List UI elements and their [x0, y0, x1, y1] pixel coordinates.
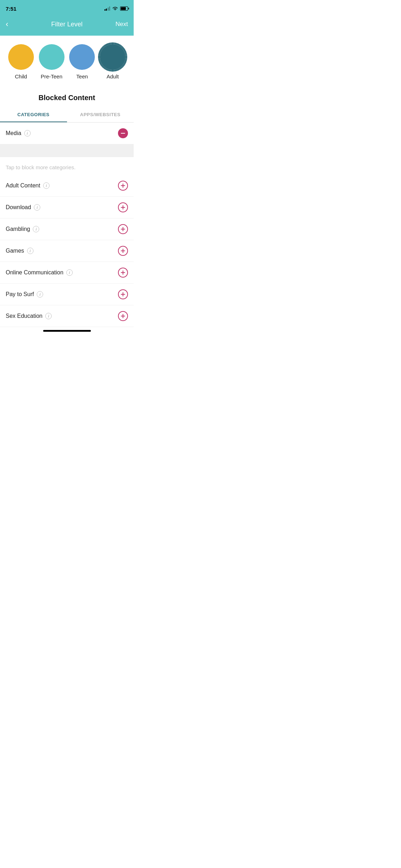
info-icon-sex-education[interactable]: i — [45, 313, 52, 319]
next-button[interactable]: Next — [112, 21, 128, 28]
wifi-icon — [112, 6, 118, 11]
remove-button-media[interactable] — [118, 128, 128, 138]
add-button-games[interactable] — [118, 246, 128, 256]
category-item-pay-to-surf: Pay to Surf i — [0, 284, 134, 305]
info-icon-games[interactable]: i — [27, 248, 34, 254]
tab-apps-websites[interactable]: APPS/WEBSITES — [67, 108, 134, 122]
page-title: Filter Level — [51, 21, 82, 28]
category-name-row: Online Communication i — [6, 269, 73, 276]
tap-hint-container: Tap to block more categories. — [0, 157, 134, 175]
tab-categories[interactable]: CATEGORIES — [0, 108, 67, 122]
category-name-sex-education: Sex Education — [6, 313, 42, 319]
add-button-download[interactable] — [118, 202, 128, 212]
category-name-download: Download — [6, 204, 31, 211]
home-bar — [43, 330, 91, 332]
status-icons — [104, 6, 128, 11]
age-circle-teen — [69, 44, 95, 70]
age-circle-child — [8, 44, 34, 70]
category-item-adult-content: Adult Content i — [0, 175, 134, 197]
back-button[interactable]: ‹ — [6, 20, 21, 29]
age-option-teen[interactable]: Teen — [69, 44, 95, 79]
info-icon-gambling[interactable]: i — [33, 226, 39, 232]
category-name-row: Gambling i — [6, 226, 39, 232]
age-circle-preteen — [39, 44, 65, 70]
status-time: 7:51 — [6, 6, 16, 12]
category-name-row: Download i — [6, 204, 40, 211]
add-button-online-communication[interactable] — [118, 268, 128, 278]
category-name-gambling: Gambling — [6, 226, 30, 232]
category-name-row: Media i — [6, 130, 31, 136]
category-item-sex-education: Sex Education i — [0, 305, 134, 327]
info-icon-online-communication[interactable]: i — [66, 269, 73, 276]
category-list: Media i Tap to block more categories. Ad… — [0, 123, 134, 327]
tap-hint: Tap to block more categories. — [6, 164, 76, 170]
category-name-pay-to-surf: Pay to Surf — [6, 291, 34, 298]
info-icon-pay-to-surf[interactable]: i — [37, 291, 43, 298]
age-label-adult: Adult — [107, 73, 119, 79]
age-option-preteen[interactable]: Pre-Teen — [39, 44, 65, 79]
category-name-adult-content: Adult Content — [6, 182, 40, 189]
category-name-row: Sex Education i — [6, 313, 52, 319]
category-name-row: Games i — [6, 248, 34, 254]
add-button-gambling[interactable] — [118, 224, 128, 234]
home-indicator — [0, 327, 134, 333]
category-item-gambling: Gambling i — [0, 218, 134, 240]
info-icon-media[interactable]: i — [24, 130, 31, 136]
info-icon-download[interactable]: i — [34, 204, 40, 211]
battery-icon — [120, 6, 128, 11]
category-name-media: Media — [6, 130, 21, 136]
category-name-online-communication: Online Communication — [6, 269, 63, 276]
blocked-content-title: Blocked Content — [0, 87, 134, 102]
age-option-child[interactable]: Child — [8, 44, 34, 79]
age-label-teen: Teen — [76, 73, 88, 79]
info-icon-adult-content[interactable]: i — [43, 182, 50, 189]
tabs: CATEGORIES APPS/WEBSITES — [0, 108, 134, 123]
category-item-online-communication: Online Communication i — [0, 262, 134, 284]
add-button-sex-education[interactable] — [118, 311, 128, 321]
age-label-preteen: Pre-Teen — [41, 73, 62, 79]
age-option-adult[interactable]: Adult — [100, 44, 125, 79]
status-bar: 7:51 — [0, 0, 134, 16]
category-name-row: Pay to Surf i — [6, 291, 43, 298]
category-item-media: Media i — [0, 123, 134, 144]
add-button-adult-content[interactable] — [118, 181, 128, 191]
category-name-games: Games — [6, 248, 24, 254]
category-item-download: Download i — [0, 197, 134, 218]
gray-divider — [0, 144, 134, 157]
category-name-row: Adult Content i — [6, 182, 50, 189]
add-button-pay-to-surf[interactable] — [118, 289, 128, 299]
nav-header: ‹ Filter Level Next — [0, 16, 134, 36]
signal-icon — [104, 6, 110, 11]
age-label-child: Child — [15, 73, 27, 79]
age-filter-section: Child Pre-Teen Teen Adult — [0, 36, 134, 87]
age-circle-adult — [100, 44, 125, 70]
category-item-games: Games i — [0, 240, 134, 262]
